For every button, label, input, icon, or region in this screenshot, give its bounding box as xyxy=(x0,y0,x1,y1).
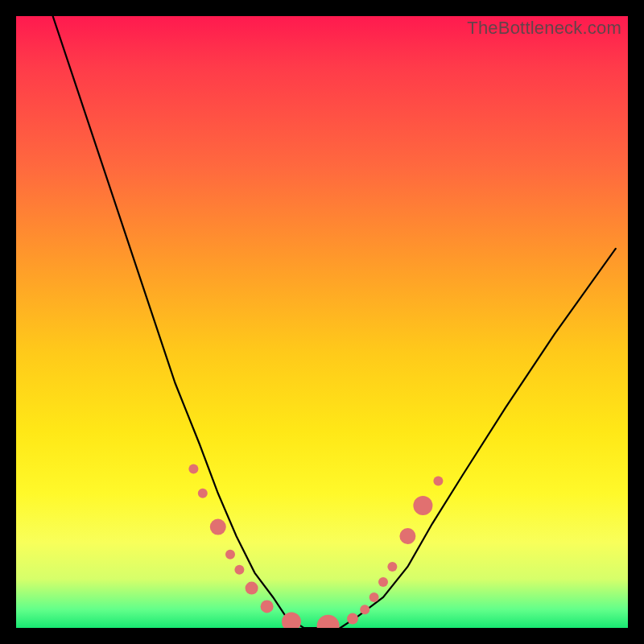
bottleneck-curve xyxy=(53,16,616,628)
data-marker xyxy=(188,464,198,473)
data-marker xyxy=(399,528,415,544)
data-marker xyxy=(210,519,226,535)
chart-frame: TheBottleneck.com xyxy=(16,16,628,628)
data-marker xyxy=(387,562,397,572)
data-marker xyxy=(225,550,235,559)
curve-layer xyxy=(53,16,616,628)
marker-layer xyxy=(188,464,443,628)
watermark-text: TheBottleneck.com xyxy=(467,18,621,39)
data-marker xyxy=(378,577,388,587)
chart-svg xyxy=(16,16,628,628)
data-marker xyxy=(369,592,379,602)
data-marker xyxy=(317,615,340,628)
data-marker xyxy=(234,565,244,575)
data-marker xyxy=(413,496,432,515)
data-marker xyxy=(246,582,258,595)
data-marker xyxy=(347,613,358,625)
data-marker xyxy=(360,605,369,614)
data-marker xyxy=(261,600,274,613)
data-marker xyxy=(433,477,443,486)
data-marker xyxy=(198,489,208,498)
